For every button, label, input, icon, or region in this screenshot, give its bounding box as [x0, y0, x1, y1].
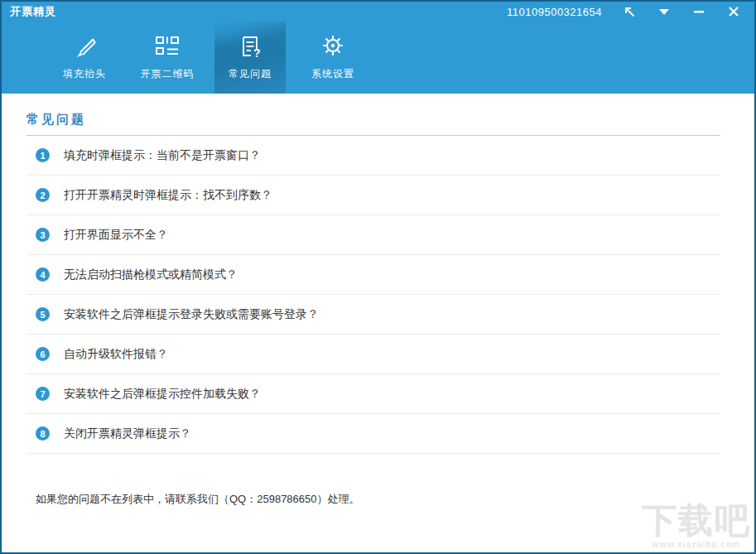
faq-list-item[interactable]: 7 安装软件之后弹框提示控件加载失败？ [26, 374, 720, 414]
pencil-icon [70, 33, 99, 60]
app-window: 开票精灵 110109500321654 [0, 0, 756, 554]
faq-number-badge: 4 [36, 267, 50, 282]
faq-list: 1 填充时弹框提示：当前不是开票窗口？ 2 打开开票精灵时弹框提示：找不到序数？… [26, 136, 720, 454]
faq-number-badge: 5 [36, 307, 50, 321]
faq-question-text: 安装软件之后弹框提示登录失败或需要账号登录？ [64, 307, 319, 322]
watermark-logo: 下载吧 [642, 503, 751, 538]
nav-tabs: 填充抬头 开票二维码 [49, 22, 754, 94]
faq-question-text: 填充时弹框提示：当前不是开票窗口？ [64, 148, 261, 163]
faq-list-item[interactable]: 3 打开界面显示不全？ [26, 215, 720, 255]
faq-number-badge: 2 [36, 188, 50, 202]
qrcode-icon [153, 33, 181, 60]
shrink-arrow-icon [624, 6, 636, 18]
tab-label: 常见问题 [229, 67, 272, 81]
faq-list-item[interactable]: 4 无法启动扫描枪模式或精简模式？ [26, 255, 720, 295]
tab-label: 系统设置 [311, 67, 354, 81]
faq-number-badge: 8 [36, 426, 50, 441]
minimize-button[interactable] [691, 4, 706, 19]
faq-question-text: 安装软件之后弹框提示控件加载失败？ [64, 387, 261, 402]
tab-faq[interactable]: ? 常见问题 [214, 22, 286, 94]
faq-number-badge: 7 [36, 387, 50, 401]
page-title: 常见问题 [26, 112, 720, 128]
faq-question-text: 无法启动扫描枪模式或精简模式？ [64, 267, 238, 282]
titlebar: 开票精灵 110109500321654 [2, 2, 754, 22]
faq-question-text: 自动升级软件报错？ [64, 347, 168, 362]
app-title: 开票精灵 [10, 4, 56, 19]
faq-list-item[interactable]: 1 填充时弹框提示：当前不是开票窗口？ [26, 136, 720, 176]
tab-system-settings[interactable]: 系统设置 [297, 22, 368, 94]
dropdown-menu-button[interactable] [657, 4, 672, 19]
faq-list-item[interactable]: 6 自动升级软件报错？ [26, 335, 720, 374]
faq-list-item[interactable]: 5 安装软件之后弹框提示登录失败或需要账号登录？ [26, 295, 720, 335]
titlebar-controls: 110109500321654 [507, 4, 741, 19]
faq-number-badge: 3 [36, 228, 50, 242]
shrink-mode-button[interactable] [622, 4, 637, 19]
minimize-icon [694, 11, 704, 13]
watermark-url: www.xiazaiba.com [642, 540, 751, 549]
contact-note: 如果您的问题不在列表中，请联系我们（QQ：2598786650）处理。 [26, 492, 720, 507]
faq-list-item[interactable]: 8 关闭开票精灵弹框提示？ [26, 414, 720, 454]
serial-number: 110109500321654 [507, 6, 602, 18]
gear-icon [320, 33, 346, 60]
faq-document-icon: ? [238, 33, 262, 60]
faq-question-text: 关闭开票精灵弹框提示？ [64, 426, 191, 441]
tab-fill-header[interactable]: 填充抬头 [49, 22, 120, 94]
close-icon [729, 7, 739, 17]
header: 开票精灵 110109500321654 [2, 2, 754, 94]
tab-label: 开票二维码 [141, 67, 195, 81]
faq-number-badge: 1 [36, 148, 50, 162]
faq-page: 常见问题 1 填充时弹框提示：当前不是开票窗口？ 2 打开开票精灵时弹框提示：找… [2, 94, 754, 507]
faq-question-text: 打开开票精灵时弹框提示：找不到序数？ [64, 188, 272, 203]
faq-question-text: 打开界面显示不全？ [64, 228, 168, 243]
tab-invoice-qrcode[interactable]: 开票二维码 [132, 22, 203, 94]
faq-list-item[interactable]: 2 打开开票精灵时弹框提示：找不到序数？ [26, 176, 720, 215]
watermark: 下载吧 www.xiazaiba.com [642, 503, 751, 549]
tab-label: 填充抬头 [63, 67, 106, 81]
close-button[interactable] [726, 4, 741, 19]
chevron-down-icon [659, 9, 669, 15]
faq-number-badge: 6 [36, 347, 50, 361]
svg-text:?: ? [253, 46, 261, 60]
